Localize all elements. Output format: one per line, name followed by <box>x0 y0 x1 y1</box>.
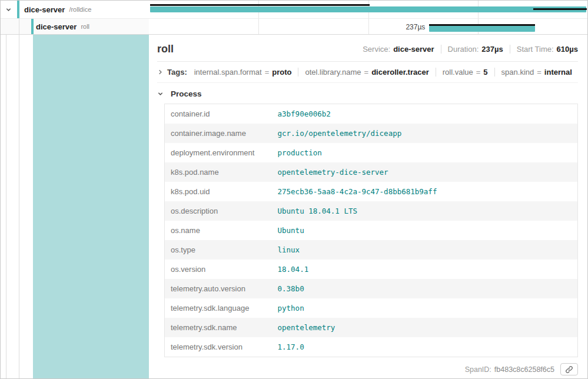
tag-key: internal.span.format <box>194 68 262 77</box>
kv-value: 275ecb36-5aa8-4c2a-9c47-d8bb681b9aff <box>272 182 578 201</box>
table-row: telemetry.auto.version0.38b0 <box>165 279 578 298</box>
span-row-label-rolldice[interactable]: dice-server /rolldice <box>1 1 149 18</box>
spanid-label: SpanID: <box>465 365 491 374</box>
meta-divider <box>510 45 510 54</box>
critical-path-segment <box>429 24 535 26</box>
deep-link-button[interactable] <box>560 363 578 375</box>
span-bar-roll[interactable] <box>429 26 535 32</box>
kv-value: opentelemetry-dice-server <box>272 162 578 182</box>
tag-item: internal.span.format = proto <box>194 68 292 77</box>
kv-value: 0.38b0 <box>272 279 578 298</box>
kv-value: opentelemetry <box>272 318 578 337</box>
kv-key: os.type <box>165 240 272 260</box>
span-detail-section: roll Service: dice-server Duration: 237µ… <box>1 35 587 378</box>
table-row: os.version18.04.1 <box>165 260 578 279</box>
start-time-label: Start Time: <box>517 45 554 54</box>
start-time-value: 610µs <box>557 45 578 54</box>
kv-key: deployment.environment <box>165 143 272 162</box>
tag-equals: = <box>476 68 481 77</box>
duration-value: 237µs <box>481 45 503 54</box>
trace-view-page: dice-server /rolldice dice-server roll 2… <box>0 0 588 379</box>
table-row: container.ida3bf90e006b2 <box>165 104 578 124</box>
chevron-down-icon[interactable] <box>5 6 12 13</box>
timeline-row-roll[interactable]: 237µs <box>149 19 587 34</box>
span-detail-panel: roll Service: dice-server Duration: 237µ… <box>149 35 587 378</box>
service-value: dice-server <box>393 45 434 54</box>
table-row: k8s.pod.nameopentelemetry-dice-server <box>165 162 578 182</box>
detail-footer: SpanID: fb483c8c6258f6c5 <box>157 357 578 375</box>
indent-guide-line <box>19 19 19 34</box>
span-duration-label: 237µs <box>368 23 426 31</box>
indent-guide-line <box>19 35 19 378</box>
span-row-label-roll[interactable]: dice-server roll <box>1 19 149 34</box>
kv-value: 1.17.0 <box>272 337 578 357</box>
tag-value: 5 <box>483 68 487 77</box>
kv-value: 18.04.1 <box>272 260 578 279</box>
chevron-right-icon[interactable] <box>157 69 164 75</box>
indent-guide-line <box>6 35 6 378</box>
tag-key: span.kind <box>501 68 534 77</box>
process-label: Process <box>171 89 202 98</box>
meta-divider <box>441 45 441 54</box>
span-title: roll <box>157 43 174 55</box>
tag-item: otel.library.name = diceroller.tracer <box>305 68 428 77</box>
tags-section-header[interactable]: Tags: internal.span.format = proto otel.… <box>157 62 578 83</box>
kv-key: container.id <box>165 104 272 124</box>
table-row: telemetry.sdk.version1.17.0 <box>165 337 578 357</box>
kv-key: k8s.pod.uid <box>165 182 272 201</box>
tag-item: span.kind = internal <box>501 68 572 77</box>
tag-equals: = <box>537 68 542 77</box>
kv-value: Ubuntu 18.04.1 LTS <box>272 201 578 221</box>
process-section-header[interactable]: Process <box>157 83 578 104</box>
tag-value: internal <box>544 68 572 77</box>
kv-key: container.image.name <box>165 124 272 143</box>
kv-value: Ubuntu <box>272 221 578 240</box>
tag-divider <box>298 68 298 77</box>
detail-header: roll Service: dice-server Duration: 237µ… <box>157 42 578 62</box>
kv-key: os.name <box>165 221 272 240</box>
table-row: os.nameUbuntu <box>165 221 578 240</box>
kv-key: telemetry.auto.version <box>165 279 272 298</box>
table-row: container.image.namegcr.io/opentelemetry… <box>165 124 578 143</box>
kv-value: linux <box>272 240 578 260</box>
kv-key: telemetry.sdk.name <box>165 318 272 337</box>
tag-equals: = <box>364 68 369 77</box>
kv-key: os.version <box>165 260 272 279</box>
table-row: os.typelinux <box>165 240 578 260</box>
tag-value: diceroller.tracer <box>371 68 429 77</box>
kv-value: a3bf90e006b2 <box>272 104 578 124</box>
link-icon <box>565 365 573 374</box>
span-color-bar <box>31 19 34 34</box>
span-row-rolldice[interactable]: dice-server /rolldice <box>1 1 587 19</box>
kv-key: k8s.pod.name <box>165 162 272 182</box>
operation-name: /rolldice <box>69 6 91 13</box>
span-bar-rolldice[interactable] <box>150 6 586 12</box>
grid-line <box>258 19 259 34</box>
table-row: deployment.environmentproduction <box>165 143 578 162</box>
kv-value: gcr.io/opentelemetry/diceapp <box>272 124 578 143</box>
duration-label: Duration: <box>448 45 479 54</box>
spanid-value: fb483c8c6258f6c5 <box>494 365 554 374</box>
table-row: telemetry.sdk.nameopentelemetry <box>165 318 578 337</box>
tag-value: proto <box>272 68 291 77</box>
kv-key: telemetry.sdk.version <box>165 337 272 357</box>
tag-key: roll.value <box>443 68 473 77</box>
kv-key: os.description <box>165 201 272 221</box>
table-row: os.descriptionUbuntu 18.04.1 LTS <box>165 201 578 221</box>
timeline-row-rolldice[interactable] <box>149 1 587 18</box>
span-row-roll[interactable]: dice-server roll 237µs <box>1 19 587 35</box>
table-row: k8s.pod.uid275ecb36-5aa8-4c2a-9c47-d8bb6… <box>165 182 578 201</box>
tag-item: roll.value = 5 <box>443 68 488 77</box>
critical-path-segment <box>533 8 586 10</box>
kv-value: production <box>272 143 578 162</box>
critical-path-segment <box>150 4 370 6</box>
service-name: dice-server <box>24 5 65 14</box>
operation-name: roll <box>81 23 89 30</box>
tag-key: otel.library.name <box>305 68 361 77</box>
span-color-block <box>33 35 149 378</box>
tag-equals: = <box>265 68 270 77</box>
detail-gutter <box>1 35 149 378</box>
kv-key: telemetry.sdk.language <box>165 298 272 318</box>
chevron-down-icon[interactable] <box>157 91 164 97</box>
tag-divider <box>436 68 436 77</box>
